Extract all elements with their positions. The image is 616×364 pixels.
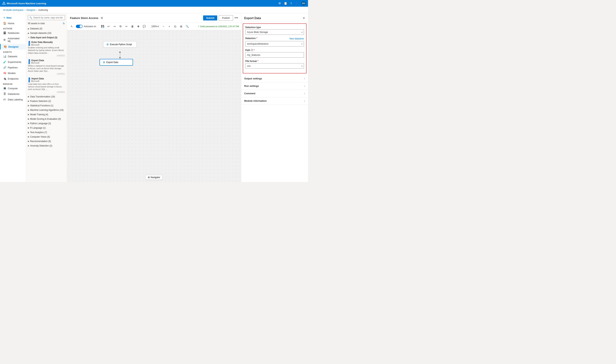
file-format-group: File format * csv parquet tsv json ▾ bbox=[245, 60, 304, 69]
category-text-analytics[interactable]: ▶ Text Analytics (7) bbox=[26, 130, 67, 135]
delete-button[interactable]: 🗑 bbox=[130, 24, 135, 29]
category-model-training[interactable]: ▶ Model Training (4) bbox=[26, 112, 67, 117]
file-format-select[interactable]: csv parquet tsv json bbox=[245, 63, 304, 69]
category-statistical-functions[interactable]: ▶ Statistical Functions (1) bbox=[26, 103, 67, 108]
avatar[interactable]: SG bbox=[301, 1, 306, 6]
move-button[interactable]: ✥ bbox=[136, 24, 141, 29]
sidebar-item-experiments[interactable]: 🧪 Experiments bbox=[0, 59, 26, 65]
sidebar-item-automated-ml[interactable]: ⚙ Automated ML bbox=[0, 36, 26, 44]
datastore-select[interactable]: workspaceblobstore bbox=[245, 41, 304, 46]
help-icon[interactable]: ? bbox=[290, 2, 292, 5]
export-data-module[interactable]: ⚙ Export Data bbox=[100, 59, 133, 66]
module-information-label: Module information bbox=[244, 99, 267, 102]
category-model-scoring[interactable]: ▶ Model Scoring & Evaluation (6) bbox=[26, 117, 67, 121]
publish-button[interactable]: Publish bbox=[219, 15, 233, 21]
main-layout: ＋ New 🏠 Home Author 📓 Notebooks ⚙ Automa… bbox=[0, 13, 308, 182]
datastores-icon: 🗄 bbox=[3, 92, 6, 95]
person-icon: 👤 bbox=[28, 80, 30, 82]
asset-desc: Enables entering and editing small datas… bbox=[28, 46, 65, 54]
breadcrumb-workspace[interactable]: ml-studio-workspace bbox=[3, 9, 24, 11]
category-feature-selection[interactable]: ▶ Feature Selection (2) bbox=[26, 99, 67, 103]
comment-label: Comment bbox=[244, 92, 255, 95]
chevron-right-icon: › bbox=[304, 92, 305, 95]
models-icon: 🧠 bbox=[3, 72, 6, 75]
breadcrumb-sep-1: › bbox=[25, 9, 25, 11]
chevron-down-icon: ▼ bbox=[28, 37, 30, 39]
refresh-button[interactable]: ↻ bbox=[63, 22, 65, 25]
required-indicator: * bbox=[254, 49, 255, 52]
sidebar-item-datastores[interactable]: 🗄 Datastores bbox=[0, 91, 26, 97]
autosave-toggle[interactable]: Autosave on bbox=[76, 25, 96, 28]
pipelines-icon: 🔗 bbox=[3, 66, 6, 69]
search-input[interactable] bbox=[28, 15, 65, 20]
category-data-input-output[interactable]: ▼ Data Input and Output (3) bbox=[26, 35, 67, 40]
category-computer-vision[interactable]: ▶ Computer Vision (6) bbox=[26, 135, 67, 139]
datastore-select-wrapper: workspaceblobstore ▾ bbox=[245, 41, 304, 46]
autosave-text: Draft autosaved on 1/20/2021, 2:57:47 PM bbox=[200, 25, 239, 27]
path-input[interactable] bbox=[245, 52, 304, 58]
category-python-language[interactable]: ▶ Python Language (2) bbox=[26, 121, 67, 126]
sidebar-item-home[interactable]: 🏠 Home bbox=[0, 20, 26, 26]
module-information-section[interactable]: Module information › bbox=[241, 97, 308, 105]
redo-button[interactable]: ↪ bbox=[112, 24, 117, 29]
datastore-type-select-wrapper: Azure Blob Storage Azure Data Lake Stora… bbox=[245, 29, 304, 35]
sidebar-item-pipelines[interactable]: 🔗 Pipelines bbox=[0, 65, 26, 70]
sidebar-item-notebooks[interactable]: 📓 Notebooks bbox=[0, 30, 26, 36]
category-anomaly-detection[interactable]: ▶ Anomaly Detection (2) bbox=[26, 143, 67, 148]
comment-button[interactable]: 💬 bbox=[142, 24, 147, 29]
new-button[interactable]: ＋ New bbox=[0, 15, 26, 20]
zoom-out-button[interactable]: − bbox=[161, 24, 166, 29]
category-datasets[interactable]: ▶ Datasets (0) bbox=[26, 26, 67, 31]
undo-button[interactable]: ↩ bbox=[106, 24, 111, 29]
asset-icon: 👤 bbox=[28, 41, 31, 43]
autosave-switch[interactable] bbox=[76, 25, 83, 28]
breadcrumb-designer[interactable]: Designer bbox=[26, 9, 35, 11]
fit-view-button[interactable]: ⊡ bbox=[173, 24, 178, 29]
chevron-right-icon: ▶ bbox=[28, 32, 29, 34]
search-wrapper: 🔍 bbox=[28, 15, 65, 20]
output-settings-section[interactable]: Output settings › bbox=[241, 75, 308, 82]
app-logo: Microsoft Azure Machine Learning bbox=[2, 2, 46, 5]
more-options-button[interactable]: ••• bbox=[235, 16, 238, 20]
designer-icon: 🎨 bbox=[3, 45, 7, 48]
submit-button[interactable]: Submit bbox=[203, 15, 217, 20]
select-tool-button[interactable]: ↖ bbox=[69, 24, 74, 29]
pipeline-settings-icon[interactable]: ⚙ bbox=[101, 16, 103, 20]
asset-title: 👤 Enter Data Manually bbox=[28, 41, 65, 43]
sidebar-item-models[interactable]: 🧠 Models bbox=[0, 70, 26, 76]
output-settings-label: Output settings bbox=[244, 77, 262, 80]
category-data-transformation[interactable]: ▶ Data Transformation (19) bbox=[26, 94, 67, 99]
sidebar-item-endpoints[interactable]: 🔌 Endpoints bbox=[0, 76, 26, 81]
user-icon[interactable]: 👤 bbox=[295, 2, 298, 5]
search-canvas-button[interactable]: 🔍 bbox=[184, 24, 190, 29]
new-datastore-link[interactable]: New datastore bbox=[289, 37, 304, 40]
datasets-icon: 📊 bbox=[3, 55, 6, 58]
asset-export-data[interactable]: 👤 Export Data 👤 Microsoft Writes a datas… bbox=[26, 58, 67, 76]
save-button[interactable]: 💾 bbox=[100, 24, 105, 29]
minimap-button[interactable]: ⊞ bbox=[179, 24, 184, 29]
asset-enter-data-manually[interactable]: 👤 Enter Data Manually 👤 Microsoft Enable… bbox=[26, 40, 67, 58]
feedback-icon[interactable]: 📋 bbox=[284, 2, 287, 5]
navigator-button[interactable]: ⊞ Navigator bbox=[145, 175, 163, 180]
canvas-content[interactable]: ⚙ Execute Python Script ⚙ Export Data ⊞ … bbox=[67, 30, 241, 182]
close-panel-button[interactable]: ✕ bbox=[303, 16, 305, 20]
category-recommendation[interactable]: ▶ Recommendation (5) bbox=[26, 139, 67, 143]
category-ml-algorithms[interactable]: ▶ Machine Learning Algorithms (19) bbox=[26, 108, 67, 112]
run-settings-section[interactable]: Run settings › bbox=[241, 82, 308, 90]
datastore-type-select[interactable]: Azure Blob Storage Azure Data Lake Stora… bbox=[245, 29, 304, 35]
comment-section[interactable]: Comment › bbox=[241, 90, 308, 97]
category-sample-datasets[interactable]: ▶ Sample datasets (16) bbox=[26, 31, 67, 35]
copy-button[interactable]: ⧉ bbox=[118, 24, 123, 29]
sidebar-item-compute[interactable]: 💻 Compute bbox=[0, 86, 26, 91]
sidebar-item-datasets[interactable]: 📊 Datasets bbox=[0, 53, 26, 59]
sidebar-item-data-labeling[interactable]: 🏷 Data Labeling bbox=[0, 97, 26, 102]
settings-icon[interactable]: ⚙ bbox=[278, 2, 281, 5]
cut-button[interactable]: ✂ bbox=[124, 24, 129, 29]
module-label: Execute Python Script bbox=[110, 43, 132, 46]
asset-import-data[interactable]: 👤 Import Data 👤 Microsoft Load data from… bbox=[26, 76, 67, 94]
sidebar-item-designer[interactable]: 🎨 Designer bbox=[0, 44, 26, 50]
category-r-language[interactable]: ▶ R Language (1) bbox=[26, 126, 67, 130]
execute-python-module[interactable]: ⚙ Execute Python Script bbox=[103, 41, 137, 48]
zoom-in-button[interactable]: + bbox=[167, 24, 172, 29]
sidebar: ＋ New 🏠 Home Author 📓 Notebooks ⚙ Automa… bbox=[0, 13, 26, 182]
